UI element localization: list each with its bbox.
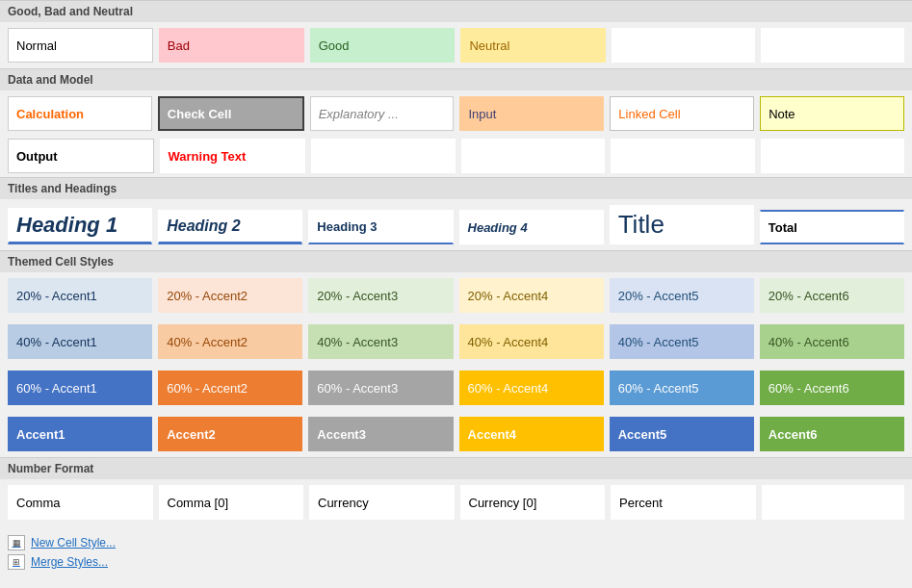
- cell-bad[interactable]: Bad: [159, 28, 304, 63]
- merge-styles-link[interactable]: ⊞ Merge Styles...: [8, 554, 904, 570]
- number-format-row: Comma Comma [0] Currency Currency [0] Pe…: [0, 479, 912, 525]
- section-header-themed: Themed Cell Styles: [0, 250, 912, 272]
- cell-accent3[interactable]: Accent3: [308, 417, 453, 451]
- cell-accent1[interactable]: Accent1: [8, 417, 152, 451]
- cell-title[interactable]: Title: [610, 205, 754, 244]
- cell-placeholder2: [761, 28, 904, 63]
- cell-styles-panel: Good, Bad and Neutral Normal Bad Good Ne…: [0, 0, 912, 579]
- section-header-good-bad-neutral: Good, Bad and Neutral: [0, 0, 912, 22]
- section-header-titles-headings: Titles and Headings: [0, 177, 912, 199]
- data-model-row2: Output Warning Text: [0, 137, 912, 177]
- cell-spacer3: [311, 139, 456, 173]
- cell-neutral[interactable]: Neutral: [460, 28, 606, 63]
- cell-20-accent2[interactable]: 20% - Accent2: [158, 278, 302, 313]
- cell-accent4[interactable]: Accent4: [459, 417, 604, 451]
- cell-currency0[interactable]: Currency [0]: [460, 485, 606, 520]
- new-cell-style-link[interactable]: ▦ New Cell Style...: [8, 535, 904, 550]
- themed-row-40: 40% - Accent1 40% - Accent2 40% - Accent…: [0, 319, 912, 365]
- cell-spacer5: [611, 139, 755, 173]
- cell-accent2[interactable]: Accent2: [158, 417, 302, 451]
- cell-output[interactable]: Output: [8, 139, 154, 173]
- new-cell-style-icon: ▦: [8, 535, 25, 550]
- cell-percent[interactable]: Percent: [611, 485, 756, 520]
- themed-row-20: 20% - Accent1 20% - Accent2 20% - Accent…: [0, 272, 912, 319]
- cell-heading1[interactable]: Heading 1: [8, 208, 152, 244]
- cell-60-accent6[interactable]: 60% - Accent6: [760, 371, 904, 405]
- cell-total[interactable]: Total: [760, 210, 904, 244]
- cell-input[interactable]: Input: [459, 96, 604, 131]
- cell-spacer7: [762, 485, 905, 520]
- good-bad-neutral-row: Normal Bad Good Neutral: [0, 22, 912, 68]
- cell-60-accent1[interactable]: 60% - Accent1: [8, 371, 152, 405]
- cell-comma[interactable]: Comma: [8, 485, 153, 520]
- cell-note[interactable]: Note: [760, 96, 904, 131]
- cell-linked[interactable]: Linked Cell: [610, 96, 754, 131]
- cell-warning[interactable]: Warning Text: [160, 139, 306, 173]
- cell-40-accent4[interactable]: 40% - Accent4: [459, 324, 604, 359]
- cell-heading4[interactable]: Heading 4: [459, 210, 604, 244]
- cell-calculation[interactable]: Calculation: [8, 96, 152, 131]
- cell-60-accent4[interactable]: 60% - Accent4: [459, 371, 604, 405]
- cell-currency[interactable]: Currency: [309, 485, 455, 520]
- section-header-data-model: Data and Model: [0, 68, 912, 90]
- cell-40-accent6[interactable]: 40% - Accent6: [760, 324, 904, 359]
- cell-60-accent5[interactable]: 60% - Accent5: [610, 371, 754, 405]
- cell-40-accent5[interactable]: 40% - Accent5: [610, 324, 754, 359]
- section-header-number-format: Number Format: [0, 457, 912, 479]
- merge-styles-icon: ⊞: [8, 554, 25, 570]
- cell-60-accent3[interactable]: 60% - Accent3: [308, 371, 453, 405]
- cell-heading3[interactable]: Heading 3: [308, 210, 453, 244]
- cell-20-accent3[interactable]: 20% - Accent3: [308, 278, 453, 313]
- cell-20-accent5[interactable]: 20% - Accent5: [610, 278, 754, 313]
- cell-check-cell[interactable]: Check Cell: [158, 96, 304, 131]
- cell-heading2[interactable]: Heading 2: [158, 210, 302, 244]
- themed-row-60: 60% - Accent1 60% - Accent2 60% - Accent…: [0, 365, 912, 411]
- cell-20-accent1[interactable]: 20% - Accent1: [8, 278, 152, 313]
- cell-40-accent2[interactable]: 40% - Accent2: [158, 324, 302, 359]
- themed-row-accent: Accent1 Accent2 Accent3 Accent4 Accent5 …: [0, 411, 912, 457]
- cell-60-accent2[interactable]: 60% - Accent2: [158, 371, 302, 405]
- cell-accent5[interactable]: Accent5: [610, 417, 754, 451]
- headings-row: Heading 1 Heading 2 Heading 3 Heading 4 …: [0, 199, 912, 250]
- cell-good[interactable]: Good: [310, 28, 456, 63]
- cell-40-accent3[interactable]: 40% - Accent3: [308, 324, 453, 359]
- cell-20-accent6[interactable]: 20% - Accent6: [760, 278, 904, 313]
- cell-spacer4: [461, 139, 606, 173]
- cell-comma0[interactable]: Comma [0]: [159, 485, 304, 520]
- merge-styles-label: Merge Styles...: [31, 555, 108, 569]
- cell-placeholder1: [612, 28, 755, 63]
- cell-normal[interactable]: Normal: [8, 28, 153, 63]
- cell-accent6[interactable]: Accent6: [760, 417, 904, 451]
- cell-spacer6: [761, 139, 905, 173]
- new-cell-style-label: New Cell Style...: [31, 536, 116, 550]
- data-model-row1: Calculation Check Cell Explanatory ... I…: [0, 90, 912, 137]
- footer-links: ▦ New Cell Style... ⊞ Merge Styles...: [0, 525, 912, 579]
- cell-40-accent1[interactable]: 40% - Accent1: [8, 324, 152, 359]
- cell-explanatory[interactable]: Explanatory ...: [310, 96, 455, 131]
- cell-20-accent4[interactable]: 20% - Accent4: [459, 278, 604, 313]
